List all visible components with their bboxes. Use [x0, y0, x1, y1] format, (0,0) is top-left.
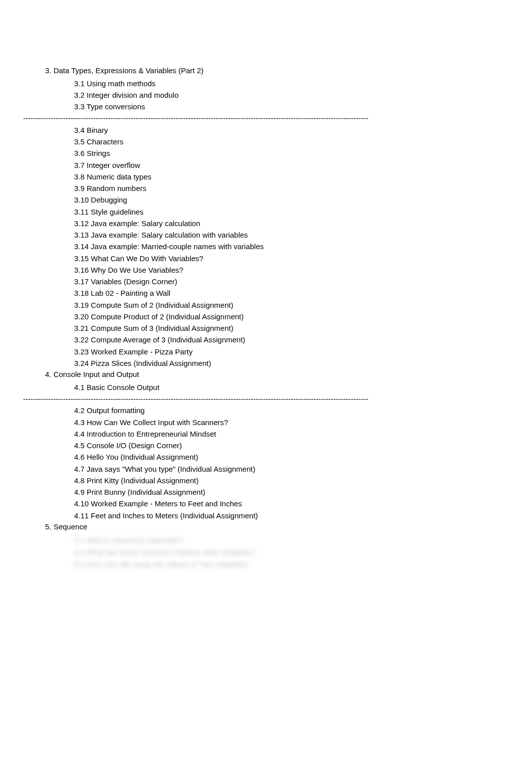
blurred-content: 5.1 Why is Sequence Important? 5.2 What …: [74, 534, 487, 570]
topic-item: 3.24 Pizza Slices (Individual Assignment…: [74, 357, 487, 369]
topic-item: 4.6 Hello You (Individual Assignment): [74, 451, 487, 463]
divider-line: ----------------------------------------…: [23, 394, 465, 404]
topic-item: 3.7 Integer overflow: [74, 159, 487, 171]
topic-item: 3.20 Compute Product of 2 (Individual As…: [74, 311, 487, 322]
topic-item: 3.12 Java example: Salary calculation: [74, 218, 487, 229]
topic-item: 3.17 Variables (Design Corner): [74, 276, 487, 287]
topic-item: 3.22 Compute Average of 3 (Individual As…: [74, 334, 487, 345]
topic-item: 3.3 Type conversions: [74, 101, 487, 112]
topic-list: 3.1 Using math methods 3.2 Integer divis…: [74, 78, 487, 113]
topic-item: 4.2 Output formatting: [74, 405, 487, 416]
topic-list: 3.4 Binary 3.5 Characters 3.6 Strings 3.…: [74, 124, 487, 369]
blurred-item: 5.2 What are Some Common Patterns With V…: [74, 546, 487, 558]
topic-item: 3.19 Compute Sum of 2 (Individual Assign…: [74, 299, 487, 311]
blurred-item: 5.1 Why is Sequence Important?: [74, 534, 487, 546]
topic-item: 3.10 Debugging: [74, 194, 487, 206]
topic-item: 4.8 Print Kitty (Individual Assignment): [74, 475, 487, 486]
topic-item: 4.1 Basic Console Output: [74, 381, 487, 393]
topic-item: 4.3 How Can We Collect Input with Scanne…: [74, 417, 487, 428]
topic-item: 3.1 Using math methods: [74, 78, 487, 89]
topic-item: 4.4 Introduction to Entrepreneurial Mind…: [74, 428, 487, 440]
section-title: 4. Console Input and Output: [45, 369, 487, 380]
blurred-item: 5.3 How Can We Swap the Values of Two Va…: [74, 558, 487, 570]
topic-item: 3.23 Worked Example - Pizza Party: [74, 346, 487, 357]
topic-item: 3.6 Strings: [74, 147, 487, 159]
topic-item: 4.5 Console I/O (Design Corner): [74, 440, 487, 451]
section-title: 5. Sequence: [45, 521, 487, 533]
topic-item: 3.18 Lab 02 - Painting a Wall: [74, 287, 487, 299]
topic-item: 3.5 Characters: [74, 136, 487, 147]
section-title: 3. Data Types, Expressions & Variables (…: [45, 65, 487, 77]
topic-item: 3.8 Numeric data types: [74, 171, 487, 182]
topic-item: 3.16 Why Do We Use Variables?: [74, 264, 487, 276]
topic-item: 3.14 Java example: Married-couple names …: [74, 241, 487, 252]
topic-item: 3.2 Integer division and modulo: [74, 89, 487, 101]
topic-item: 3.21 Compute Sum of 3 (Individual Assign…: [74, 322, 487, 334]
topic-list: 4.1 Basic Console Output: [74, 381, 487, 393]
topic-item: 3.13 Java example: Salary calculation wi…: [74, 229, 487, 241]
topic-item: 3.9 Random numbers: [74, 182, 487, 194]
document-page: 3. Data Types, Expressions & Variables (…: [0, 0, 532, 601]
topic-item: 4.10 Worked Example - Meters to Feet and…: [74, 498, 487, 509]
topic-item: 4.9 Print Bunny (Individual Assignment): [74, 486, 487, 498]
topic-item: 3.4 Binary: [74, 124, 487, 136]
topic-list: 4.2 Output formatting 4.3 How Can We Col…: [74, 405, 487, 521]
topic-item: 3.15 What Can We Do With Variables?: [74, 253, 487, 264]
topic-item: 3.11 Style guidelines: [74, 206, 487, 218]
divider-line: ----------------------------------------…: [23, 113, 465, 123]
topic-item: 4.11 Feet and Inches to Meters (Individu…: [74, 510, 487, 521]
topic-item: 4.7 Java says "What you type" (Individua…: [74, 463, 487, 475]
